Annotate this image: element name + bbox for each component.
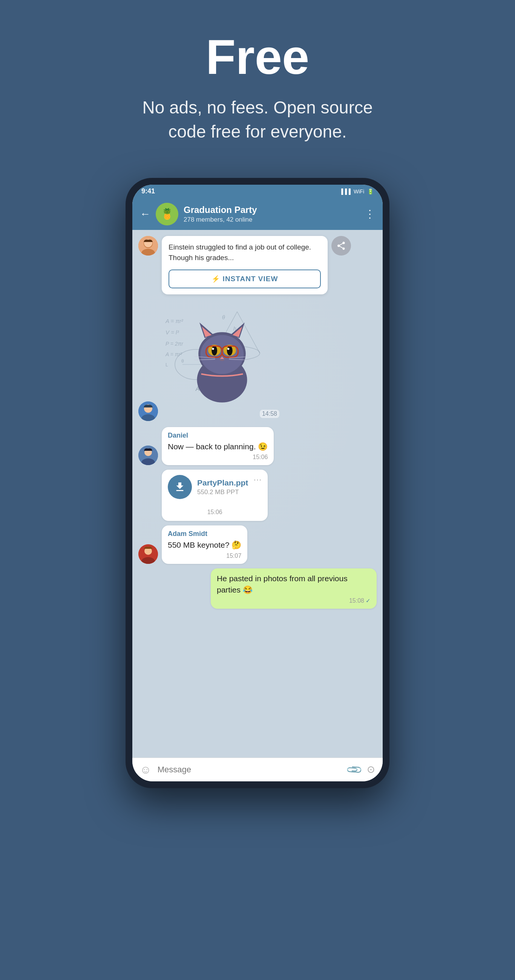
cat-sticker [177, 315, 267, 406]
hero-section: Free No ads, no fees. Open source code f… [110, 0, 405, 167]
file-name: PartyPlan.ppt [197, 478, 248, 487]
check-icon: ✓ [366, 597, 371, 604]
message-row-iv: Einstein struggled to find a job out of … [139, 236, 376, 294]
avatar-boy [139, 401, 158, 421]
sent-text: He pasted in photos from all previous pa… [217, 573, 371, 596]
file-time: 15:06 [201, 507, 228, 521]
sent-time: 15:08 ✓ [217, 597, 371, 604]
avatar-guy2 [139, 544, 158, 564]
file-bubble: PartyPlan.ppt 550.2 MB PPT ⋯ 15:06 [162, 469, 268, 521]
sticker-row: A = πr² V = l³ P = 2πr A = πr² θ h s s =… [139, 301, 376, 421]
emoji-button[interactable]: ☺ [140, 763, 151, 776]
back-button[interactable]: ← [140, 208, 150, 220]
bubble-time-daniel: 15:06 [168, 454, 268, 461]
svg-text:L: L [166, 362, 168, 368]
bubble-sender-daniel: Daniel [168, 431, 268, 439]
sticker-area: A = πr² V = l³ P = 2πr A = πr² θ h s s =… [162, 301, 282, 421]
iv-btn-label: INSTANT VIEW [223, 275, 278, 283]
message-row-daniel: Daniel Now — back to planning. 😉 15:06 [139, 427, 376, 465]
sent-bubble: He pasted in photos from all previous pa… [211, 568, 376, 609]
input-bar: ☺ 📎 ⊙ [132, 757, 383, 781]
battery-icon: 🔋 [367, 188, 374, 194]
signal-icon: ▐▐▐ [339, 188, 351, 194]
status-bar: 9:41 ▐▐▐ WiFi 🔋 [132, 185, 383, 198]
file-menu-icon[interactable]: ⋯ [254, 475, 261, 485]
chat-avatar: 🍍 [156, 203, 178, 225]
camera-button[interactable]: ⊙ [367, 764, 375, 775]
svg-point-35 [227, 348, 230, 350]
bubble-text-adam: 550 MB keynote? 🤔 [168, 539, 241, 551]
chat-header: ← 🍍 Graduation Party 278 members, 42 onl… [132, 198, 383, 230]
message-row-adam: Adam Smidt 550 MB keynote? 🤔 15:07 [139, 525, 376, 563]
chat-name: Graduation Party [183, 205, 359, 215]
adam-bubble: Adam Smidt 550 MB keynote? 🤔 15:07 [162, 525, 247, 563]
bubble-sender-adam: Adam Smidt [168, 530, 241, 538]
phone-outer: 9:41 ▐▐▐ WiFi 🔋 ← 🍍 Graduation Party 278… [126, 178, 389, 788]
bubble-text-daniel: Now — back to planning. 😉 [168, 441, 268, 452]
status-icons: ▐▐▐ WiFi 🔋 [339, 188, 374, 194]
file-size: 550.2 MB PPT [197, 488, 248, 496]
status-time: 9:41 [141, 187, 155, 195]
daniel-bubble: Daniel Now — back to planning. 😉 15:06 [162, 427, 274, 465]
share-button[interactable] [332, 236, 351, 256]
svg-point-34 [212, 348, 214, 350]
phone-wrapper: 9:41 ▐▐▐ WiFi 🔋 ← 🍍 Graduation Party 278… [0, 178, 515, 788]
hero-subtitle: No ads, no fees. Open source code free f… [126, 95, 389, 144]
chat-menu-icon[interactable]: ⋮ [365, 208, 375, 220]
instant-view-card: Einstein struggled to find a job out of … [162, 236, 328, 294]
svg-point-33 [227, 346, 233, 355]
message-row-sent: He pasted in photos from all previous pa… [139, 568, 376, 609]
message-input[interactable] [158, 765, 341, 775]
wifi-icon: WiFi [354, 188, 364, 194]
avatar-girl [139, 236, 158, 256]
avatar-boy2 [139, 445, 158, 465]
messages-area: Einstein struggled to find a job out of … [132, 230, 383, 757]
chat-info: Graduation Party 278 members, 42 online [183, 205, 359, 224]
instant-view-button[interactable]: ⚡ INSTANT VIEW [169, 269, 321, 288]
iv-text: Einstein struggled to find a job out of … [162, 236, 328, 269]
message-row-file: PartyPlan.ppt 550.2 MB PPT ⋯ 15:06 [162, 469, 376, 521]
file-info: PartyPlan.ppt 550.2 MB PPT [197, 478, 248, 496]
phone-inner: 9:41 ▐▐▐ WiFi 🔋 ← 🍍 Graduation Party 278… [132, 185, 383, 781]
download-button[interactable] [168, 475, 192, 499]
chat-status: 278 members, 42 online [183, 216, 359, 224]
hero-title: Free [126, 30, 389, 84]
svg-point-32 [212, 346, 217, 355]
lightning-icon: ⚡ [212, 275, 220, 283]
bubble-time-adam: 15:07 [168, 552, 241, 559]
attach-button[interactable]: 📎 [345, 760, 363, 779]
